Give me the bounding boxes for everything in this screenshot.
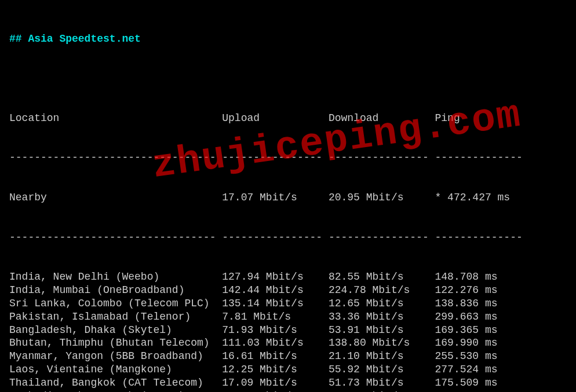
divider: --------------------------------- ------… — [9, 151, 567, 164]
table-row: Myanmar, Yangon (5BB Broadband) 16.61 Mb… — [9, 350, 567, 363]
table-row: India, Mumbai (OneBroadband) 142.44 Mbit… — [9, 284, 567, 297]
table-row: Sri Lanka, Colombo (Telecom PLC) 135.14 … — [9, 297, 567, 310]
table-row: Bhutan, Thimphu (Bhutan Telecom) 111.03 … — [9, 336, 567, 350]
watermark-text: zhujiceping.com — [149, 90, 524, 192]
table-row: Cambodia, Phnom Penh (Smart) 62.86 Mbit/… — [9, 390, 567, 392]
divider: --------------------------------- ------… — [9, 231, 567, 244]
table-body: India, New Delhi (Weebo) 127.94 Mbit/s 8… — [9, 270, 567, 392]
nearby-row: Nearby 17.07 Mbit/s 20.95 Mbit/s * 472.4… — [9, 191, 567, 204]
table-header: Location Upload Download Ping — [9, 112, 567, 125]
table-row: Laos, Vientaine (Mangkone) 12.25 Mbit/s … — [9, 363, 567, 376]
section-title: ## Asia Speedtest.net — [9, 32, 567, 46]
table-row: Pakistan, Islamabad (Telenor) 7.81 Mbit/… — [9, 310, 567, 324]
terminal-output: ## Asia Speedtest.net Location Upload Do… — [0, 0, 576, 392]
table-row: India, New Delhi (Weebo) 127.94 Mbit/s 8… — [9, 270, 567, 284]
table-row: Thailand, Bangkok (CAT Telecom) 17.09 Mb… — [9, 376, 567, 390]
blank-line — [9, 72, 567, 85]
table-row: Bangladesh, Dhaka (Skytel) 71.93 Mbit/s … — [9, 324, 567, 337]
